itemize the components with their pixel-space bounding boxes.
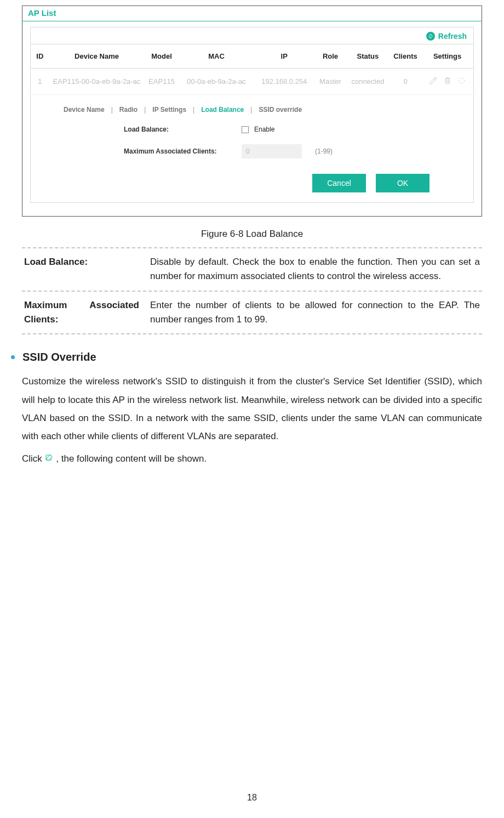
col-ip: IP xyxy=(254,44,314,69)
col-status: Status xyxy=(346,44,390,69)
page-number: 18 xyxy=(0,793,504,803)
ssid-para-2: Click , the following content will be sh… xyxy=(22,450,482,468)
col-device-name: Device Name xyxy=(49,44,145,69)
ap-list-panel: Refresh ID Device Name Model MAC IP Role… xyxy=(30,27,474,203)
def-desc-load-balance: Disable by default. Check the box to ena… xyxy=(150,255,480,284)
col-id: ID xyxy=(31,44,49,69)
max-clients-input[interactable] xyxy=(242,144,302,158)
cell-settings xyxy=(421,69,473,95)
max-clients-hint: (1-99) xyxy=(315,147,333,155)
cell-mac: 00-0a-eb-9a-2a-ac xyxy=(179,69,254,95)
figure-caption: Figure 6-8 Load Balance xyxy=(22,229,482,240)
cell-status: connected xyxy=(346,69,390,95)
cell-model: EAP115 xyxy=(144,69,179,95)
ap-table: ID Device Name Model MAC IP Role Status … xyxy=(31,44,473,95)
refresh-icon[interactable] xyxy=(426,32,435,41)
bullet-icon xyxy=(11,355,15,359)
enable-checkbox[interactable] xyxy=(242,126,249,133)
screenshot-container: AP List Refresh ID Device Name Model MAC… xyxy=(22,5,482,217)
tabs-row: Device Name | Radio | IP Settings | Load… xyxy=(64,99,457,126)
edit-icon[interactable] xyxy=(429,76,438,87)
trash-icon[interactable] xyxy=(443,76,452,87)
col-clients: Clients xyxy=(390,44,421,69)
tab-ip-settings[interactable]: IP Settings xyxy=(152,106,186,113)
form-area: Load Balance: Enable Maximum Associated … xyxy=(64,126,457,158)
cell-clients: 0 xyxy=(390,69,421,95)
cell-id: 1 xyxy=(31,69,49,95)
cell-ip: 192.168.0.254 xyxy=(254,69,314,95)
cell-role: Master xyxy=(314,69,346,95)
tab-radio[interactable]: Radio xyxy=(119,106,138,113)
tab-load-balance[interactable]: Load Balance xyxy=(201,106,244,113)
tab-device-name[interactable]: Device Name xyxy=(64,106,105,113)
expand-panel: Device Name | Radio | IP Settings | Load… xyxy=(64,99,457,192)
col-settings: Settings xyxy=(421,44,473,69)
col-mac: MAC xyxy=(179,44,254,69)
def-row: Maximum Associated Clients: Enter the nu… xyxy=(22,292,482,335)
table-row: 1 EAP115-00-0a-eb-9a-2a-ac EAP115 00-0a-… xyxy=(31,69,473,95)
definition-table: Load Balance: Disable by default. Check … xyxy=(22,247,482,334)
enable-label: Enable xyxy=(254,126,274,133)
def-row: Load Balance: Disable by default. Check … xyxy=(22,248,482,292)
section-head-ssid: SSID Override xyxy=(22,351,482,363)
ap-list-title: AP List xyxy=(22,6,482,21)
table-header-row: ID Device Name Model MAC IP Role Status … xyxy=(31,44,473,69)
edit-icon xyxy=(45,454,54,463)
ssid-override-title: SSID Override xyxy=(22,351,96,363)
ssid-para-1: Customize the wireless network's SSID to… xyxy=(22,372,482,445)
max-clients-label: Maximum Associated Clients: xyxy=(124,147,236,155)
cancel-button[interactable]: Cancel xyxy=(312,174,366,192)
load-balance-label: Load Balance: xyxy=(124,126,236,133)
tab-ssid-override[interactable]: SSID override xyxy=(259,106,302,113)
col-model: Model xyxy=(144,44,179,69)
locate-icon[interactable] xyxy=(457,76,466,87)
cell-device-name: EAP115-00-0a-eb-9a-2a-ac xyxy=(49,69,145,95)
def-term-max-clients: Maximum Associated Clients: xyxy=(24,298,139,327)
refresh-button[interactable]: Refresh xyxy=(438,32,467,41)
ok-button[interactable]: OK xyxy=(376,174,429,192)
def-desc-max-clients: Enter the number of clients to be allowe… xyxy=(150,298,480,327)
def-term-load-balance: Load Balance: xyxy=(24,255,139,284)
col-role: Role xyxy=(314,44,346,69)
